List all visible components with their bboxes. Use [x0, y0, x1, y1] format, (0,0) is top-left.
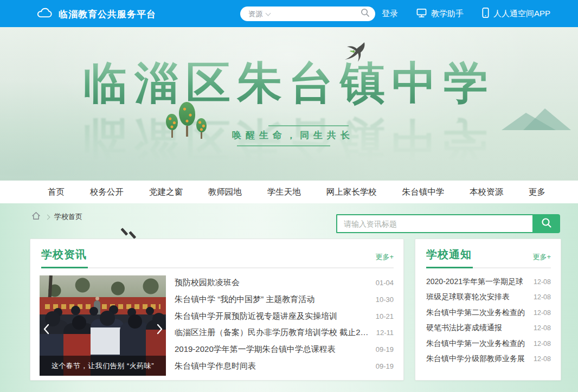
- notice-item-date: 12-08: [534, 340, 551, 348]
- swallow-bird-icon: [341, 41, 369, 66]
- notice-item-date: 12-08: [534, 293, 551, 301]
- list-item[interactable]: 硬笔书法比赛成绩通报 12-08: [426, 323, 551, 333]
- breadcrumb: 学校首页: [31, 211, 82, 222]
- list-item[interactable]: 朱台镇中学第一次业务检查的 12-08: [426, 339, 551, 349]
- carousel-caption: 这个春节，让我们告别 “火药味”: [40, 356, 166, 376]
- school-news-panel: 学校资讯 更多+: [30, 239, 404, 381]
- nav-item[interactable]: 学生天地: [267, 187, 301, 198]
- top-links: 登录 教学助手 人人通: [382, 0, 550, 27]
- cloud-icon: [36, 7, 53, 21]
- list-item[interactable]: 预防校园欺凌班会 01-04: [175, 278, 394, 288]
- teaching-assistant-link[interactable]: 教学助手: [416, 8, 464, 20]
- nav-item[interactable]: 党建之窗: [149, 187, 183, 198]
- news-item-date: 09-19: [376, 362, 394, 370]
- notice-item-date: 12-08: [534, 324, 551, 332]
- school-notice-panel: 学校通知 更多+ 2020-2021学年第一学期足球 12-08 班级足球联赛轮…: [415, 239, 561, 381]
- notice-item-title[interactable]: 朱台镇中学第二次业务检查的: [426, 308, 525, 318]
- tree-decoration: [179, 102, 195, 137]
- news-search-button[interactable]: [532, 214, 560, 233]
- panel-divider: [426, 267, 551, 268]
- notice-item-date: 12-08: [534, 355, 551, 363]
- nav-item[interactable]: 校务公开: [90, 187, 124, 198]
- notice-list: 2020-2021学年第一学期足球 12-08 班级足球联赛轮次安排表 12-0…: [415, 268, 561, 369]
- list-item[interactable]: 临淄区注册（备案）民办非学历教育培训学校 截止2019 12-11: [175, 327, 394, 338]
- nav-item[interactable]: 首页: [48, 187, 65, 198]
- brand-title: 临淄教育公共服务平台: [59, 8, 156, 21]
- notice-item-title[interactable]: 班级足球联赛轮次安排表: [426, 292, 510, 302]
- top-bar: 临淄教育公共服务平台 资源 登录: [0, 0, 578, 27]
- login-link[interactable]: 登录: [382, 9, 398, 19]
- news-panel-title: 学校资讯: [41, 247, 87, 262]
- nav-item[interactable]: 网上家长学校: [326, 187, 377, 198]
- slogan-rule-bottom: [237, 145, 330, 146]
- notice-more-link[interactable]: 更多+: [532, 252, 551, 262]
- list-item[interactable]: 朱台镇中学第二次业务检查的 12-08: [426, 308, 551, 318]
- home-icon[interactable]: [31, 211, 41, 222]
- news-item-title[interactable]: 临淄区注册（备案）民办非学历教育培训学校 截止2019: [175, 327, 370, 338]
- mountain-decoration: [523, 108, 571, 130]
- news-item-title[interactable]: 预防校园欺凌班会: [175, 278, 240, 288]
- news-more-link[interactable]: 更多+: [375, 252, 394, 262]
- news-item-title[interactable]: 2019-2020学年第一学期朱台镇中学总课程表: [175, 344, 336, 355]
- brush-stroke-decoration: [121, 228, 128, 235]
- nav-item[interactable]: 教师园地: [208, 187, 242, 198]
- notice-item-title[interactable]: 朱台镇中学分级部教师业务展: [426, 354, 525, 364]
- list-item[interactable]: 朱台镇中学作息时间表 09-19: [175, 361, 394, 371]
- news-item-date: 10-21: [376, 312, 394, 320]
- search-icon: [541, 217, 552, 230]
- list-item[interactable]: 2020-2021学年第一学期足球 12-08: [426, 277, 551, 287]
- news-item-title[interactable]: 朱台镇中学作息时间表: [175, 361, 256, 371]
- search-category[interactable]: 资源: [248, 9, 262, 19]
- news-list: 预防校园欺凌班会 01-04 朱台镇中学 “我的中国梦” 主题教育活动 10-3…: [175, 275, 394, 376]
- nav-item[interactable]: 更多: [529, 187, 545, 198]
- content-section: 学校首页 学校资讯 更多+: [0, 203, 578, 392]
- school-slogan: 唤醒生命，同生共长: [232, 129, 354, 142]
- brand-link[interactable]: 临淄教育公共服务平台: [36, 7, 156, 21]
- notice-item-title[interactable]: 朱台镇中学第一次业务检查的: [426, 339, 525, 349]
- tree-decoration: [166, 114, 178, 138]
- carousel-prev-button[interactable]: [42, 322, 50, 336]
- nav-item[interactable]: 朱台镇中学: [402, 187, 445, 198]
- news-carousel[interactable]: 这个春节，让我们告别 “火药味”: [40, 275, 166, 376]
- renrentong-app-link[interactable]: 人人通空间APP: [482, 8, 550, 20]
- brush-stroke-decoration: [129, 231, 136, 239]
- news-item-date: 01-04: [376, 279, 394, 287]
- chevron-down-icon[interactable]: [266, 10, 271, 16]
- notice-panel-title: 学校通知: [426, 247, 472, 262]
- top-search-box[interactable]: 资源: [240, 7, 375, 21]
- list-item[interactable]: 2019-2020学年第一学期朱台镇中学总课程表 09-19: [175, 344, 394, 355]
- news-search: [336, 214, 560, 233]
- smartphone-icon: [482, 8, 489, 20]
- news-item-title[interactable]: 朱台镇中学 “我的中国梦” 主题教育活动: [175, 294, 314, 305]
- nav-item[interactable]: 本校资源: [470, 187, 503, 198]
- hero-banner: 临淄区朱台镇中学 临淄区朱台镇中学 唤醒生命，同生共长: [0, 27, 578, 181]
- news-item-date: 12-11: [376, 329, 394, 337]
- notice-item-title[interactable]: 2020-2021学年第一学期足球: [426, 277, 523, 287]
- main-nav: 首页 校务公开 党建之窗 教师园地 学生天地 网上家长学校 朱台镇中学 本校资源…: [0, 181, 578, 203]
- list-item[interactable]: 朱台镇中学分级部教师业务展 12-08: [426, 354, 551, 364]
- list-item[interactable]: 班级足球联赛轮次安排表 12-08: [426, 292, 551, 302]
- notice-item-title[interactable]: 硬笔书法比赛成绩通报: [426, 323, 502, 333]
- slogan-rule-top: [268, 125, 349, 126]
- teaching-assistant-label: 教学助手: [431, 9, 464, 19]
- news-item-date: 10-30: [376, 295, 394, 304]
- notice-item-date: 12-08: [534, 278, 551, 286]
- news-item-title[interactable]: 朱台镇中学开展预防近视专题讲座及实操培训: [175, 311, 337, 322]
- news-search-input[interactable]: [336, 214, 532, 233]
- carousel-photo-sky: [40, 275, 166, 297]
- monitor-icon: [416, 8, 427, 20]
- chevron-right-icon: [45, 214, 50, 220]
- search-icon[interactable]: [361, 8, 370, 20]
- page: 临淄教育公共服务平台 资源 登录: [0, 0, 578, 392]
- login-label: 登录: [382, 9, 398, 19]
- tree-decoration: [196, 118, 207, 139]
- notice-item-date: 12-08: [534, 309, 551, 317]
- news-item-date: 09-19: [376, 345, 394, 354]
- breadcrumb-current[interactable]: 学校首页: [54, 212, 82, 222]
- school-title: 临淄区朱台镇中学: [0, 57, 578, 108]
- list-item[interactable]: 朱台镇中学开展预防近视专题讲座及实操培训 10-21: [175, 311, 394, 322]
- panel-divider: [41, 267, 394, 268]
- carousel-next-button[interactable]: [155, 322, 164, 336]
- list-item[interactable]: 朱台镇中学 “我的中国梦” 主题教育活动 10-30: [175, 294, 394, 305]
- renrentong-app-label: 人人通空间APP: [493, 9, 550, 19]
